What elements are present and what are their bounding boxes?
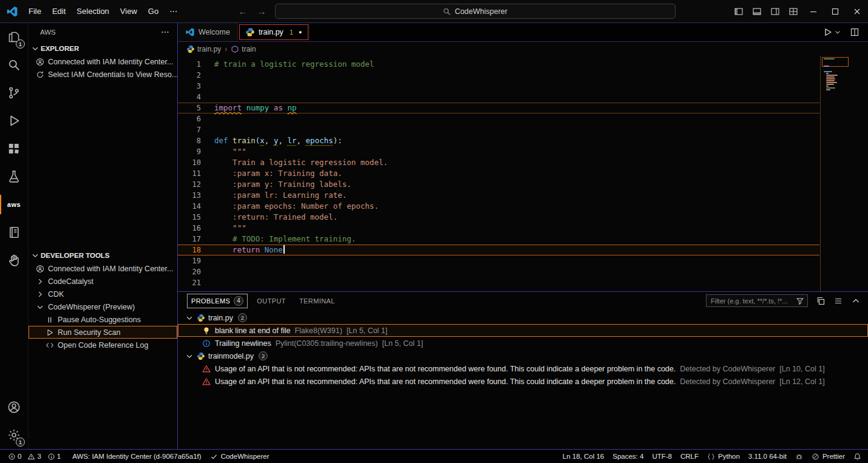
code-line-12[interactable]: 12 :param y: Training labels. (178, 179, 819, 190)
code-line-6[interactable]: 6 (178, 113, 819, 124)
activity-extensions[interactable] (0, 135, 28, 163)
line-number[interactable]: 18 (178, 245, 201, 255)
line-number[interactable]: 11 (178, 168, 201, 179)
minimize-button[interactable] (802, 0, 824, 23)
code-line-20[interactable]: 20 (178, 266, 819, 277)
layout-grid-button[interactable] (784, 1, 802, 22)
close-button[interactable] (846, 0, 868, 23)
sidebar-item-pause-auto-suggestions[interactable]: Pause Auto-Suggestions (29, 313, 177, 326)
problems-group-train-py[interactable]: train.py2 (178, 311, 868, 324)
line-number[interactable]: 16 (178, 223, 201, 234)
menu-view[interactable]: View (115, 4, 143, 18)
activity-manage[interactable]: 1 (0, 421, 28, 449)
status-problems[interactable]: 031 (4, 450, 68, 463)
code-line-17[interactable]: 17 # TODO: Implement training. (178, 234, 819, 245)
line-number[interactable]: 10 (178, 157, 201, 168)
menu-file[interactable]: File (23, 4, 47, 18)
activity-search[interactable] (0, 51, 28, 79)
activity-testing[interactable] (0, 163, 28, 191)
status-aws-connection[interactable]: AWS: IAM Identity Center (d-9067a65a1f) (68, 450, 205, 463)
view-as-table-icon[interactable] (816, 296, 826, 306)
line-number[interactable]: 9 (178, 146, 201, 157)
problem-row[interactable]: Usage of an API that is not recommended:… (178, 362, 868, 375)
line-number[interactable]: 7 (178, 124, 201, 135)
status-python-version[interactable]: 3.11.0 64-bit (744, 450, 791, 463)
activity-notebooks[interactable] (0, 218, 28, 246)
line-number[interactable]: 12 (178, 179, 201, 190)
code-line-15[interactable]: 15 :return: Trained model. (178, 212, 819, 223)
sidebar-item-connected-with-iam-identity-center[interactable]: Connected with IAM Identity Center... (29, 55, 177, 68)
code-line-7[interactable]: 7 (178, 124, 819, 135)
code-line-16[interactable]: 16 """ (178, 223, 819, 234)
minimap[interactable] (822, 58, 850, 291)
line-number[interactable]: 2 (178, 70, 201, 81)
menu-selection[interactable]: Selection (71, 4, 114, 18)
problem-row[interactable]: Trailing newlinesPylint(C0305:trailing-n… (178, 337, 868, 350)
menu-go[interactable]: Go (143, 4, 164, 18)
section-header-developer-tools[interactable]: DEVELOPER TOOLS (29, 248, 177, 262)
filter-input[interactable] (711, 297, 793, 305)
code-line-8[interactable]: 8def train(x, y, lr, epochs): (178, 135, 819, 146)
code-line-19[interactable]: 19 (178, 255, 819, 266)
section-header-explorer[interactable]: EXPLORER (29, 41, 177, 55)
filter-funnel-icon[interactable] (796, 297, 804, 305)
line-number[interactable]: 13 (178, 190, 201, 201)
panel-tab-output[interactable]: OUTPUT (253, 296, 290, 306)
maximize-panel-icon[interactable] (851, 296, 861, 306)
activity-hand[interactable] (0, 246, 28, 274)
maximize-button[interactable] (824, 0, 846, 23)
line-number[interactable]: 8 (178, 135, 201, 146)
line-number[interactable]: 1 (178, 59, 201, 70)
code-line-9[interactable]: 9 """ (178, 146, 819, 157)
sidebar-item-run-security-scan[interactable]: Run Security Scan (29, 326, 177, 339)
code-editor[interactable]: 1# train a logistic regression model2345… (178, 56, 868, 291)
problems-filter[interactable] (706, 294, 808, 307)
tab-welcome[interactable]: Welcome (178, 23, 238, 41)
breadcrumb-item-train-py[interactable]: train.py (186, 45, 221, 53)
status-codewhisperer[interactable]: CodeWhisperer (206, 450, 274, 463)
code-line-2[interactable]: 2 (178, 70, 819, 81)
status-indentation[interactable]: Spaces: 4 (608, 450, 648, 463)
menu-edit[interactable]: Edit (47, 4, 71, 18)
layout-panel-button[interactable] (748, 1, 766, 22)
sidebar-item-select-iam-credentials-to-view-reso[interactable]: Select IAM Credentials to View Reso... (29, 68, 177, 81)
problem-row[interactable]: blank line at end of fileFlake8(W391)[Ln… (178, 324, 868, 337)
sidebar-item-open-code-reference-log[interactable]: Open Code Reference Log (29, 339, 177, 351)
activity-source-control[interactable] (0, 79, 28, 107)
code-line-4[interactable]: 4 (178, 92, 819, 103)
panel-tab-terminal[interactable]: TERMINAL (296, 296, 339, 306)
problems-group-trainmodel-py[interactable]: trainmodel.py2 (178, 350, 868, 362)
more-actions-icon[interactable] (160, 27, 170, 37)
line-number[interactable]: 14 (178, 201, 201, 212)
line-number[interactable]: 5 (178, 103, 201, 113)
code-line-21[interactable]: 21 (178, 277, 819, 288)
line-number[interactable]: 19 (178, 255, 201, 266)
code-line-18[interactable]: 18 return None (178, 245, 819, 255)
line-number[interactable]: 15 (178, 212, 201, 223)
status-language-mode[interactable]: Python (703, 450, 744, 463)
sidebar-item-codecatalyst[interactable]: CodeCatalyst (29, 275, 177, 288)
line-number[interactable]: 6 (178, 113, 201, 124)
line-number[interactable]: 3 (178, 81, 201, 92)
code-line-5[interactable]: 5import numpy as np (178, 103, 819, 113)
sidebar-item-connected-with-iam-identity-center[interactable]: Connected with IAM Identity Center... (29, 262, 177, 275)
line-number[interactable]: 20 (178, 266, 201, 277)
code-line-13[interactable]: 13 :param lr: Learning rate. (178, 190, 819, 201)
code-line-14[interactable]: 14 :param epochs: Number of epochs. (178, 201, 819, 212)
sidebar-item-cdk[interactable]: CDK (29, 288, 177, 300)
sidebar-item-codewhisperer-preview[interactable]: CodeWhisperer (Preview) (29, 300, 177, 313)
code-line-11[interactable]: 11 :param x: Training data. (178, 168, 819, 179)
menu-more[interactable]: ⋯ (164, 4, 183, 18)
layout-sidebar-left-button[interactable] (730, 1, 748, 22)
forward-arrow-icon[interactable]: → (256, 6, 268, 16)
activity-aws[interactable]: aws (0, 191, 28, 218)
panel-tab-problems[interactable]: PROBLEMS4 (188, 294, 247, 308)
activity-run-and-debug[interactable] (0, 107, 28, 135)
problem-row[interactable]: Usage of an API that is not recommended:… (178, 375, 868, 388)
layout-sidebar-right-button[interactable] (766, 1, 784, 22)
activity-accounts[interactable] (0, 393, 28, 421)
breadcrumb-item-train[interactable]: train (231, 45, 256, 53)
code-line-10[interactable]: 10 Train a logistic regression model. (178, 157, 819, 168)
tab-train-py[interactable]: train.py1● (238, 23, 310, 41)
status-prettier[interactable]: Prettier (807, 450, 849, 463)
